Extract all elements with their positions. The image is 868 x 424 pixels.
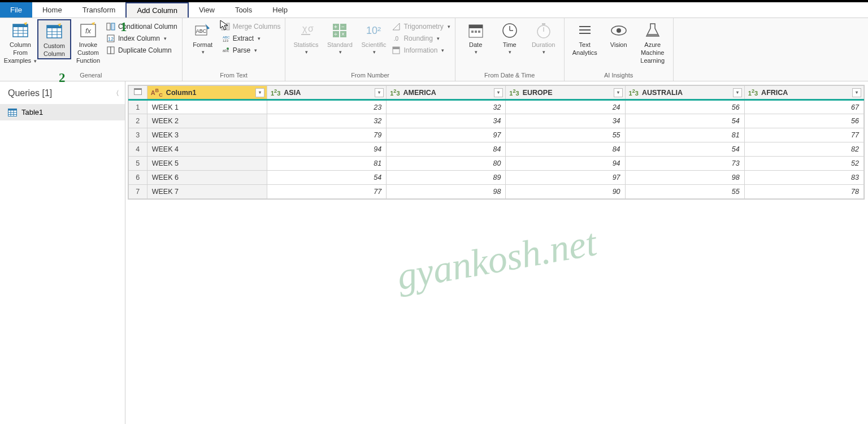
row-number[interactable]: 6 bbox=[129, 171, 147, 185]
cell-value[interactable]: 84 bbox=[387, 142, 506, 157]
cell-value[interactable]: 56 bbox=[625, 100, 744, 114]
cell-value[interactable]: 84 bbox=[506, 142, 625, 157]
date-button[interactable]: Date▾ bbox=[459, 19, 493, 55]
table-corner[interactable] bbox=[129, 86, 147, 100]
standard-button[interactable]: +−÷×Standard▾ bbox=[323, 19, 357, 55]
cell-value[interactable]: 54 bbox=[625, 142, 744, 157]
index-column[interactable]: 12Index Column▾ bbox=[105, 33, 179, 44]
cell-value[interactable]: 97 bbox=[387, 128, 506, 142]
row-number[interactable]: 4 bbox=[129, 142, 147, 157]
rounding[interactable]: .0Rounding▾ bbox=[390, 33, 451, 44]
conditional-column[interactable]: Conditional Column bbox=[105, 21, 179, 32]
filter-dropdown-icon[interactable]: ▾ bbox=[375, 88, 384, 97]
filter-dropdown-icon[interactable]: ▾ bbox=[614, 88, 623, 97]
cell-value[interactable]: 56 bbox=[744, 114, 863, 128]
parse[interactable]: abcParse▾ bbox=[220, 45, 282, 55]
text-analytics[interactable]: TextAnalytics bbox=[568, 19, 602, 57]
cell-value[interactable]: 67 bbox=[744, 100, 863, 114]
table-row[interactable]: 2WEEK 23234345456 bbox=[129, 114, 864, 128]
menu-transform[interactable]: Transform bbox=[72, 2, 126, 18]
column-header-australia[interactable]: 123AUSTRALIA▾ bbox=[625, 86, 744, 100]
table-row[interactable]: 6WEEK 65489979883 bbox=[129, 171, 864, 185]
menu-add-column[interactable]: Add Column bbox=[125, 2, 189, 18]
cell-label[interactable]: WEEK 7 bbox=[147, 185, 267, 199]
cell-value[interactable]: 24 bbox=[506, 100, 625, 114]
cell-value[interactable]: 79 bbox=[267, 128, 386, 142]
cell-value[interactable]: 32 bbox=[387, 100, 506, 114]
cell-label[interactable]: WEEK 6 bbox=[147, 171, 267, 185]
row-number[interactable]: 2 bbox=[129, 114, 147, 128]
vision-button[interactable]: Vision bbox=[602, 19, 636, 49]
cell-value[interactable]: 73 bbox=[625, 157, 744, 171]
time-button[interactable]: Time▾ bbox=[493, 19, 527, 55]
cell-value[interactable]: 55 bbox=[625, 185, 744, 199]
collapse-queries-icon[interactable]: 〈 bbox=[112, 89, 119, 98]
row-number[interactable]: 5 bbox=[129, 157, 147, 171]
row-number[interactable]: 7 bbox=[129, 185, 147, 199]
cell-value[interactable]: 78 bbox=[744, 185, 863, 199]
query-item-table1[interactable]: Table1 bbox=[0, 104, 125, 120]
scientific-button[interactable]: 10²Scientific▾ bbox=[357, 19, 390, 55]
table-row[interactable]: 1WEEK 12332245667 bbox=[129, 100, 864, 114]
menu-file[interactable]: File bbox=[0, 2, 32, 18]
table-row[interactable]: 7WEEK 77798905578 bbox=[129, 185, 864, 199]
duration-button[interactable]: Duration▾ bbox=[527, 19, 561, 55]
column-header-africa[interactable]: 123AFRICA▾ bbox=[744, 86, 863, 100]
cell-value[interactable]: 80 bbox=[387, 157, 506, 171]
cell-value[interactable]: 54 bbox=[267, 171, 386, 185]
column-header-asia[interactable]: 123ASIA▾ bbox=[267, 86, 386, 100]
cell-label[interactable]: WEEK 1 bbox=[147, 100, 267, 114]
cell-value[interactable]: 55 bbox=[506, 128, 625, 142]
format-button[interactable]: ABCFormat▾ bbox=[186, 19, 220, 55]
azure-ml[interactable]: Azure MachineLearning bbox=[636, 19, 670, 64]
cell-value[interactable]: 98 bbox=[387, 185, 506, 199]
menu-tools[interactable]: Tools bbox=[225, 2, 262, 18]
filter-dropdown-icon[interactable]: ▾ bbox=[255, 88, 264, 97]
cell-value[interactable]: 77 bbox=[267, 185, 386, 199]
table-row[interactable]: 3WEEK 37997558177 bbox=[129, 128, 864, 142]
menu-home[interactable]: Home bbox=[32, 2, 72, 18]
filter-dropdown-icon[interactable]: ▾ bbox=[852, 88, 861, 97]
cell-value[interactable]: 83 bbox=[744, 171, 863, 185]
column-from-examples[interactable]: Column FromExamples ▾ bbox=[3, 19, 37, 64]
cell-value[interactable]: 34 bbox=[506, 114, 625, 128]
menu-view[interactable]: View bbox=[189, 2, 225, 18]
filter-dropdown-icon[interactable]: ▾ bbox=[494, 88, 503, 97]
cell-label[interactable]: WEEK 5 bbox=[147, 157, 267, 171]
trigonometry[interactable]: Trigonometry▾ bbox=[390, 21, 451, 32]
table-row[interactable]: 5WEEK 58180947352 bbox=[129, 157, 864, 171]
cell-value[interactable]: 34 bbox=[387, 114, 506, 128]
table-row[interactable]: 4WEEK 49484845482 bbox=[129, 142, 864, 157]
cell-value[interactable]: 82 bbox=[744, 142, 863, 157]
cell-value[interactable]: 77 bbox=[744, 128, 863, 142]
column-header-column1[interactable]: ABCColumn1▾ bbox=[147, 86, 267, 100]
extract[interactable]: ABC123Extract▾ bbox=[220, 33, 282, 44]
cell-value[interactable]: 32 bbox=[267, 114, 386, 128]
cell-value[interactable]: 54 bbox=[625, 114, 744, 128]
row-number[interactable]: 1 bbox=[129, 100, 147, 114]
cell-value[interactable]: 94 bbox=[267, 142, 386, 157]
statistics-button[interactable]: χσStatistics▾ bbox=[289, 19, 323, 55]
cell-label[interactable]: WEEK 2 bbox=[147, 114, 267, 128]
cell-value[interactable]: 97 bbox=[506, 171, 625, 185]
cell-value[interactable]: 89 bbox=[387, 171, 506, 185]
row-number[interactable]: 3 bbox=[129, 128, 147, 142]
column-header-europe[interactable]: 123EUROPE▾ bbox=[506, 86, 625, 100]
custom-column[interactable]: CustomColumn bbox=[37, 19, 71, 59]
cell-label[interactable]: WEEK 3 bbox=[147, 128, 267, 142]
cell-value[interactable]: 81 bbox=[625, 128, 744, 142]
information[interactable]: Information▾ bbox=[390, 45, 451, 55]
cell-value[interactable]: 52 bbox=[744, 157, 863, 171]
cell-label[interactable]: WEEK 4 bbox=[147, 142, 267, 157]
cell-value[interactable]: 90 bbox=[506, 185, 625, 199]
cell-value[interactable]: 23 bbox=[267, 100, 386, 114]
menu-help[interactable]: Help bbox=[262, 2, 298, 18]
cell-value[interactable]: 81 bbox=[267, 157, 386, 171]
merge-columns[interactable]: Merge Columns bbox=[220, 21, 282, 32]
duplicate-column[interactable]: Duplicate Column bbox=[105, 45, 179, 55]
column-header-america[interactable]: 123AMERICA▾ bbox=[387, 86, 506, 100]
cell-value[interactable]: 94 bbox=[506, 157, 625, 171]
cell-value[interactable]: 98 bbox=[625, 171, 744, 185]
filter-dropdown-icon[interactable]: ▾ bbox=[733, 88, 742, 97]
invoke-custom-function[interactable]: fxInvoke CustomFunction bbox=[71, 19, 105, 64]
